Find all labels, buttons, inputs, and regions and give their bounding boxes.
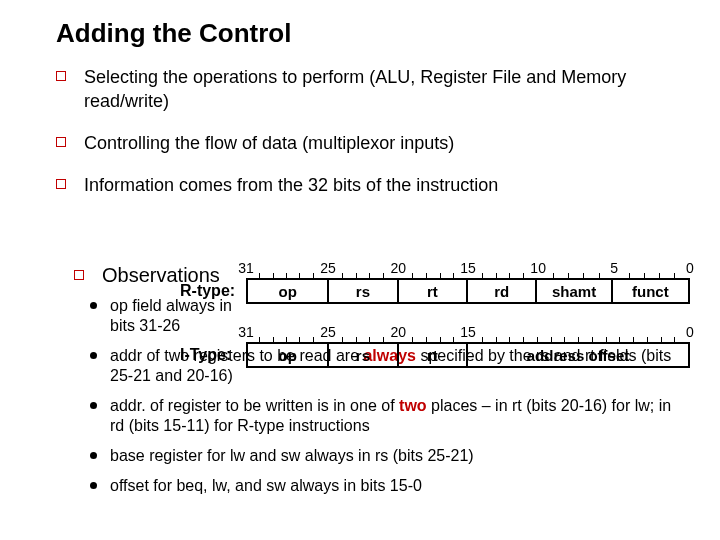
- instruction-format-diagram: R-type: I-Type: 31 25 20 15 10 5 0 op rs…: [180, 264, 700, 414]
- obs-offset: offset for beq, lw, and sw always in bit…: [90, 476, 680, 496]
- rtype-field-rt: rt: [399, 280, 468, 302]
- rtype-field-op: op: [248, 280, 329, 302]
- rtype-field-funct: funct: [613, 280, 688, 302]
- itype-bit-ticks: 31 25 20 15 0: [246, 324, 690, 340]
- itype-field-op: op: [248, 344, 329, 366]
- slide-title: Adding the Control: [56, 18, 692, 49]
- bullet-32-bits: Information comes from the 32 bits of th…: [56, 173, 692, 197]
- itype-field-rs: rs: [329, 344, 398, 366]
- rtype-field-shamt: shamt: [537, 280, 612, 302]
- obs-base-reg: base register for lw and sw always in rs…: [90, 446, 680, 466]
- itype-field-rt: rt: [399, 344, 468, 366]
- itype-label: I-Type:: [180, 346, 231, 364]
- rtype-bit-ticks: 31 25 20 15 10 5 0: [246, 260, 690, 276]
- itype-format: op rs rt address offset: [246, 342, 690, 368]
- rtype-label: R-type:: [180, 282, 235, 300]
- top-bullet-list: Selecting the operations to perform (ALU…: [56, 65, 692, 197]
- rtype-field-rs: rs: [329, 280, 398, 302]
- bullet-data-flow: Controlling the flow of data (multiplexo…: [56, 131, 692, 155]
- bullet-selecting-ops: Selecting the operations to perform (ALU…: [56, 65, 692, 113]
- rtype-field-rd: rd: [468, 280, 537, 302]
- itype-field-offset: address offset: [468, 344, 688, 366]
- rtype-format: op rs rt rd shamt funct: [246, 278, 690, 304]
